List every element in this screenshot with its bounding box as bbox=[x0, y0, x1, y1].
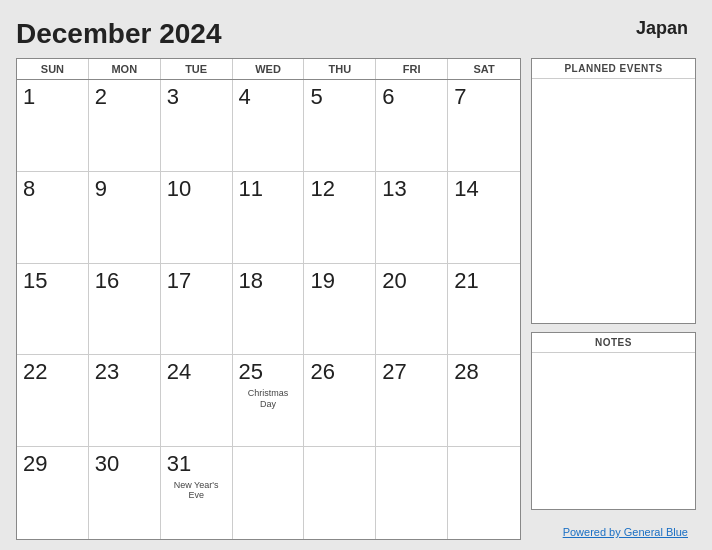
day-number: 6 bbox=[382, 84, 394, 110]
day-cell: 20 bbox=[376, 264, 448, 356]
day-cell: 26 bbox=[304, 355, 376, 447]
notes-content bbox=[532, 353, 695, 509]
day-number: 19 bbox=[310, 268, 334, 294]
day-number: 2 bbox=[95, 84, 107, 110]
day-cell: 21 bbox=[448, 264, 520, 356]
day-cell: 19 bbox=[304, 264, 376, 356]
day-cell: 3 bbox=[161, 80, 233, 172]
day-cell bbox=[376, 447, 448, 539]
day-cell: 13 bbox=[376, 172, 448, 264]
powered-by-link[interactable]: Powered by General Blue bbox=[563, 526, 688, 538]
day-cell: 15 bbox=[17, 264, 89, 356]
day-cell: 14 bbox=[448, 172, 520, 264]
day-header-mon: MON bbox=[89, 59, 161, 79]
day-number: 4 bbox=[239, 84, 251, 110]
notes-box: NOTES bbox=[531, 332, 696, 510]
day-number: 10 bbox=[167, 176, 191, 202]
day-number: 30 bbox=[95, 451, 119, 477]
day-number: 14 bbox=[454, 176, 478, 202]
country-label: Japan bbox=[636, 18, 696, 39]
calendar-wrapper: December 2024 Japan SUN MON TUE WED THU … bbox=[0, 0, 712, 550]
planned-events-content bbox=[532, 79, 695, 323]
day-header-sun: SUN bbox=[17, 59, 89, 79]
day-number: 27 bbox=[382, 359, 406, 385]
day-cell bbox=[304, 447, 376, 539]
day-cell bbox=[233, 447, 305, 539]
planned-events-box: PLANNED EVENTS bbox=[531, 58, 696, 324]
day-cell: 12 bbox=[304, 172, 376, 264]
event-label: Christmas Day bbox=[239, 388, 298, 410]
day-number: 18 bbox=[239, 268, 263, 294]
day-number: 17 bbox=[167, 268, 191, 294]
day-cell: 10 bbox=[161, 172, 233, 264]
day-number: 24 bbox=[167, 359, 191, 385]
day-number: 21 bbox=[454, 268, 478, 294]
day-cell: 23 bbox=[89, 355, 161, 447]
day-header-tue: TUE bbox=[161, 59, 233, 79]
day-cell: 22 bbox=[17, 355, 89, 447]
day-number: 31 bbox=[167, 451, 191, 477]
day-number: 29 bbox=[23, 451, 47, 477]
day-number: 23 bbox=[95, 359, 119, 385]
day-cell: 11 bbox=[233, 172, 305, 264]
day-cell: 31New Year's Eve bbox=[161, 447, 233, 539]
day-number: 28 bbox=[454, 359, 478, 385]
day-number: 11 bbox=[239, 176, 263, 202]
footer: Powered by General Blue bbox=[531, 522, 696, 540]
day-header-sat: SAT bbox=[448, 59, 520, 79]
day-number: 26 bbox=[310, 359, 334, 385]
day-cell: 8 bbox=[17, 172, 89, 264]
day-cell: 27 bbox=[376, 355, 448, 447]
day-cell: 6 bbox=[376, 80, 448, 172]
day-number: 13 bbox=[382, 176, 406, 202]
day-number: 1 bbox=[23, 84, 35, 110]
day-number: 25 bbox=[239, 359, 263, 385]
day-number: 20 bbox=[382, 268, 406, 294]
day-cell bbox=[448, 447, 520, 539]
event-label: New Year's Eve bbox=[167, 480, 226, 502]
main-content: SUN MON TUE WED THU FRI SAT 123456789101… bbox=[16, 58, 696, 540]
calendar-body: 1234567891011121314151617181920212223242… bbox=[17, 80, 520, 539]
day-header-fri: FRI bbox=[376, 59, 448, 79]
day-cell: 30 bbox=[89, 447, 161, 539]
day-number: 3 bbox=[167, 84, 179, 110]
notes-title: NOTES bbox=[532, 333, 695, 353]
day-cell: 28 bbox=[448, 355, 520, 447]
day-cell: 16 bbox=[89, 264, 161, 356]
day-headers: SUN MON TUE WED THU FRI SAT bbox=[17, 59, 520, 80]
day-cell: 4 bbox=[233, 80, 305, 172]
calendar-grid: SUN MON TUE WED THU FRI SAT 123456789101… bbox=[16, 58, 521, 540]
side-panel: PLANNED EVENTS NOTES Powered by General … bbox=[531, 58, 696, 540]
day-header-wed: WED bbox=[233, 59, 305, 79]
calendar-title: December 2024 bbox=[16, 18, 221, 50]
day-header-thu: THU bbox=[304, 59, 376, 79]
day-cell: 9 bbox=[89, 172, 161, 264]
day-cell: 1 bbox=[17, 80, 89, 172]
day-cell: 5 bbox=[304, 80, 376, 172]
day-cell: 7 bbox=[448, 80, 520, 172]
day-cell: 24 bbox=[161, 355, 233, 447]
day-number: 15 bbox=[23, 268, 47, 294]
day-number: 16 bbox=[95, 268, 119, 294]
day-number: 8 bbox=[23, 176, 35, 202]
day-cell: 25Christmas Day bbox=[233, 355, 305, 447]
day-cell: 2 bbox=[89, 80, 161, 172]
day-cell: 17 bbox=[161, 264, 233, 356]
day-number: 12 bbox=[310, 176, 334, 202]
day-number: 7 bbox=[454, 84, 466, 110]
day-number: 22 bbox=[23, 359, 47, 385]
day-cell: 18 bbox=[233, 264, 305, 356]
header-row: December 2024 Japan bbox=[16, 18, 696, 50]
day-number: 5 bbox=[310, 84, 322, 110]
day-cell: 29 bbox=[17, 447, 89, 539]
planned-events-title: PLANNED EVENTS bbox=[532, 59, 695, 79]
day-number: 9 bbox=[95, 176, 107, 202]
